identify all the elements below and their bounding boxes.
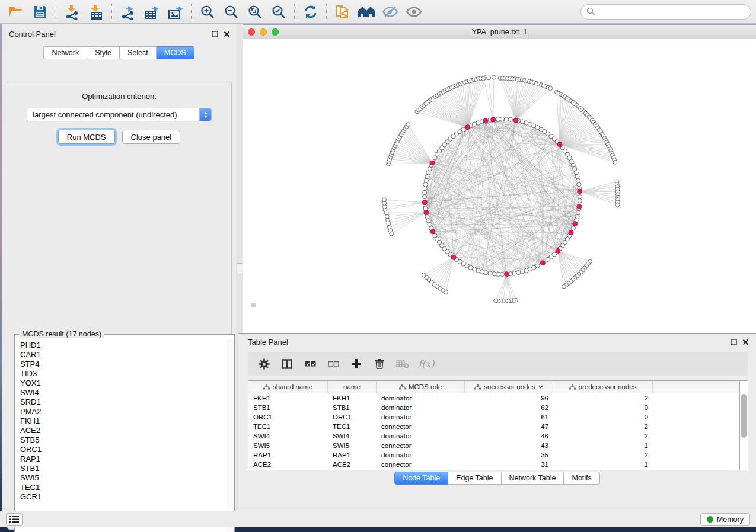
table-row[interactable]: ORC1ORC1dominator610 xyxy=(248,412,748,422)
mcds-result-list[interactable]: PHD1CAR1STP4TID3YOX1SWI4SRD1PMA2FKH1ACE2… xyxy=(15,339,227,532)
duplicate-network-button[interactable] xyxy=(331,2,355,22)
table-row[interactable]: ACE2ACE2connector311 xyxy=(248,460,748,469)
mcds-list-item[interactable]: STB1 xyxy=(20,464,227,473)
mcds-list-item[interactable]: GCR1 xyxy=(20,492,227,502)
mcds-list-item[interactable]: PMA2 xyxy=(20,407,227,416)
column-header-shared-name[interactable]: shared name xyxy=(248,381,328,393)
add-column-button[interactable] xyxy=(349,355,364,372)
table-row[interactable]: SWI5SWI5connector431 xyxy=(248,441,748,450)
float-panel-icon[interactable] xyxy=(212,31,218,37)
export-image-button[interactable] xyxy=(164,2,187,22)
mcds-node[interactable] xyxy=(556,248,560,253)
mcds-list-item[interactable]: SRD1 xyxy=(20,398,227,407)
column-header-predecessor-nodes[interactable]: predecessor nodes xyxy=(553,381,653,393)
column-visibility-button[interactable] xyxy=(279,355,295,372)
import-network-button[interactable] xyxy=(60,2,84,22)
zoom-selected-button[interactable] xyxy=(267,2,291,22)
close-panel-icon[interactable] xyxy=(224,31,230,37)
mcds-list-item[interactable]: TEC1 xyxy=(20,483,227,492)
mcds-node[interactable] xyxy=(430,229,435,234)
zoom-in-button[interactable] xyxy=(196,2,219,22)
table-scrollbar-thumb[interactable] xyxy=(741,394,747,438)
mcds-node[interactable] xyxy=(577,204,582,209)
network-splitter-grip[interactable] xyxy=(251,303,256,307)
network-titlebar[interactable]: YPA_prune.txt_1 xyxy=(243,25,756,39)
deselect-all-rows-button[interactable] xyxy=(326,355,341,372)
save-session-button[interactable] xyxy=(28,2,52,22)
table-row[interactable]: FKH1FKH1dominator962 xyxy=(248,393,748,403)
mcds-node[interactable] xyxy=(424,210,429,215)
tab-select[interactable]: Select xyxy=(120,46,157,59)
import-table-button[interactable] xyxy=(84,2,108,22)
mcds-node[interactable] xyxy=(540,261,545,265)
mcds-list-item[interactable]: TID3 xyxy=(20,369,227,379)
tab-motifs[interactable]: Motifs xyxy=(564,472,599,485)
mcds-node[interactable] xyxy=(422,200,427,205)
mcds-list-item[interactable]: ORC1 xyxy=(20,445,227,454)
mcds-list-item[interactable]: PHD1 xyxy=(20,341,227,350)
column-header-successor-nodes[interactable]: successor nodes xyxy=(465,381,553,393)
mcds-node[interactable] xyxy=(483,118,488,123)
run-mcds-button[interactable]: Run MCDS xyxy=(58,130,115,144)
column-header-mcds-role[interactable]: MCDS role xyxy=(377,381,465,393)
first-neighbors-button[interactable] xyxy=(355,2,378,22)
zoom-out-button[interactable] xyxy=(219,2,243,22)
mcds-list-item[interactable]: STB5 xyxy=(20,435,227,445)
table-cell: SWI5 xyxy=(328,442,377,449)
show-all-button[interactable] xyxy=(402,2,426,22)
table-row[interactable]: RAP1RAP1dominator352 xyxy=(248,450,748,460)
function-builder-button[interactable]: f(x) xyxy=(418,358,434,370)
table-row[interactable]: STB1STB1dominator620 xyxy=(248,403,748,412)
tab-network[interactable]: Network xyxy=(43,46,87,59)
export-network-button[interactable] xyxy=(116,2,140,22)
close-panel-icon[interactable] xyxy=(742,339,749,345)
network-graph[interactable] xyxy=(243,39,755,334)
tab-edge-table[interactable]: Edge Table xyxy=(448,472,501,485)
mcds-list-item[interactable]: FKH1 xyxy=(20,416,227,426)
mcds-node[interactable] xyxy=(465,125,470,130)
tab-network-table[interactable]: Network Table xyxy=(502,472,564,485)
mcds-node[interactable] xyxy=(578,189,582,194)
mcds-node[interactable] xyxy=(569,230,573,235)
show-panels-button[interactable] xyxy=(6,513,23,526)
network-canvas[interactable] xyxy=(243,39,756,334)
mcds-list-scrollbar[interactable] xyxy=(227,339,234,532)
mcds-list-item[interactable]: SWI4 xyxy=(20,388,227,398)
mcds-list-item[interactable]: STP4 xyxy=(20,360,227,369)
mcds-list-item[interactable]: CAR1 xyxy=(20,350,227,360)
mcds-node[interactable] xyxy=(451,255,456,259)
zoom-fit-button[interactable] xyxy=(243,2,267,22)
tab-mcds[interactable]: MCDS xyxy=(157,46,194,59)
table-row[interactable]: YOX1YOX1connector291 xyxy=(248,469,748,470)
hide-selected-button[interactable] xyxy=(378,2,402,22)
mcds-node[interactable] xyxy=(505,272,509,277)
mcds-node[interactable] xyxy=(557,142,562,147)
table-row[interactable]: SWI4SWI4dominator462 xyxy=(248,431,748,441)
delete-column-button[interactable] xyxy=(372,355,387,372)
float-panel-icon[interactable] xyxy=(731,339,737,345)
mcds-list-item[interactable]: YOX1 xyxy=(20,379,227,388)
mcds-node[interactable] xyxy=(430,161,435,165)
criterion-select[interactable]: largest connected component (undirected) xyxy=(27,108,212,121)
tab-style[interactable]: Style xyxy=(87,46,120,59)
tab-node-table[interactable]: Node Table xyxy=(394,472,448,485)
export-table-button[interactable] xyxy=(140,2,164,22)
mcds-node[interactable] xyxy=(491,117,496,122)
open-file-button[interactable] xyxy=(5,2,28,22)
mcds-list-item[interactable]: ACE2 xyxy=(20,426,227,435)
column-header-name[interactable]: name xyxy=(328,381,377,393)
mcds-list-item[interactable]: SWI5 xyxy=(20,473,227,483)
refresh-view-button[interactable] xyxy=(299,2,323,22)
memory-button[interactable]: Memory xyxy=(700,513,750,526)
table-settings-button[interactable] xyxy=(256,355,272,372)
mcds-list-item[interactable]: RAP1 xyxy=(20,454,227,464)
table-row[interactable]: TEC1TEC1connector472 xyxy=(248,422,748,431)
shared-column-icon xyxy=(263,384,270,390)
select-all-rows-button[interactable] xyxy=(302,355,318,372)
search-input[interactable] xyxy=(595,7,745,17)
mcds-node[interactable] xyxy=(573,222,578,226)
close-panel-button[interactable]: Close panel xyxy=(122,130,181,144)
table-scrollbar[interactable] xyxy=(739,380,748,470)
mcds-node[interactable] xyxy=(513,118,518,123)
delete-table-button[interactable] xyxy=(395,355,410,372)
